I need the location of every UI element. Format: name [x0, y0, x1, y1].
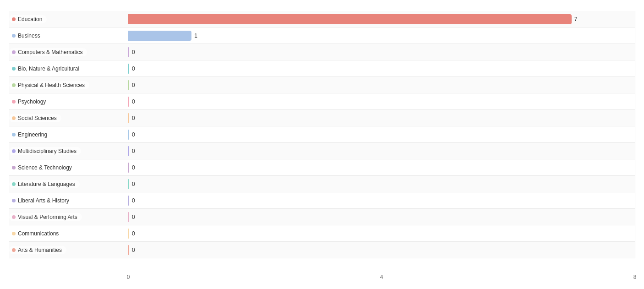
- bar-value-label: 0: [132, 131, 135, 138]
- bar-label-text: Literature & Languages: [18, 181, 75, 187]
- bar-fill: [128, 212, 129, 222]
- bar-dot-icon: [12, 50, 16, 54]
- chart-inner: Education7Business1Computers & Mathemati…: [9, 11, 635, 272]
- bar-dot-icon: [12, 34, 16, 38]
- label-pill: Visual & Performing Arts: [9, 213, 82, 221]
- bar-label-text: Engineering: [18, 131, 47, 138]
- bar-track: 0: [128, 93, 635, 109]
- bar-track: 0: [128, 44, 635, 60]
- bar-track: 0: [128, 126, 635, 142]
- bar-label: Arts & Humanities: [9, 246, 128, 254]
- bar-track: 0: [128, 176, 635, 192]
- bar-label: Bio, Nature & Agricultural: [9, 65, 128, 73]
- bar-track: 0: [128, 192, 635, 208]
- bar-track: 0: [128, 242, 635, 258]
- bar-value-label: 0: [132, 214, 135, 220]
- bar-value-label: 1: [194, 33, 197, 39]
- bar-value-label: 0: [132, 82, 135, 88]
- table-row: Communications0: [9, 225, 635, 242]
- table-row: Literature & Languages0: [9, 176, 635, 192]
- bar-label-text: Science & Technology: [18, 164, 72, 171]
- table-row: Bio, Nature & Agricultural0: [9, 60, 635, 77]
- bar-track: 0: [128, 209, 635, 225]
- bar-fill: [128, 64, 129, 74]
- bar-label-text: Psychology: [18, 98, 46, 105]
- bar-dot-icon: [12, 232, 16, 235]
- label-pill: Bio, Nature & Agricultural: [9, 65, 84, 73]
- bar-value-label: 0: [132, 230, 135, 237]
- label-pill: Liberal Arts & History: [9, 196, 74, 205]
- label-pill: Engineering: [9, 131, 52, 139]
- bar-value-label: 0: [132, 164, 135, 171]
- table-row: Psychology0: [9, 93, 635, 110]
- chart-area: Education7Business1Computers & Mathemati…: [9, 11, 635, 283]
- bar-fill: [128, 163, 129, 173]
- bar-label-text: Bio, Nature & Agricultural: [18, 65, 79, 72]
- bar-label: Multidisciplinary Studies: [9, 147, 128, 155]
- label-pill: Social Sciences: [9, 114, 61, 122]
- bar-dot-icon: [12, 248, 16, 252]
- label-pill: Computers & Mathematics: [9, 48, 87, 56]
- x-axis-tick: 0: [127, 274, 130, 280]
- bar-label: Computers & Mathematics: [9, 48, 128, 56]
- bar-label-text: Social Sciences: [18, 115, 57, 121]
- bar-label: Science & Technology: [9, 164, 128, 172]
- table-row: Visual & Performing Arts0: [9, 209, 635, 225]
- bar-value-label: 0: [132, 197, 135, 204]
- bar-fill: [128, 196, 129, 206]
- bar-fill: [128, 80, 129, 90]
- bar-label-text: Multidisciplinary Studies: [18, 148, 76, 154]
- bars-container: Education7Business1Computers & Mathemati…: [9, 11, 635, 258]
- bar-fill: [128, 229, 129, 239]
- x-axis: 048: [128, 272, 635, 283]
- bar-label: Visual & Performing Arts: [9, 213, 128, 221]
- bar-dot-icon: [12, 116, 16, 120]
- bar-track: 0: [128, 110, 635, 126]
- bar-track: 0: [128, 225, 635, 241]
- bar-fill: [128, 113, 129, 123]
- bar-fill: [128, 31, 191, 41]
- bar-track: 1: [128, 27, 635, 44]
- label-pill: Science & Technology: [9, 164, 76, 172]
- bar-value-label: 0: [132, 148, 135, 154]
- bar-label: Liberal Arts & History: [9, 196, 128, 205]
- bar-fill: [128, 179, 129, 189]
- bar-dot-icon: [12, 149, 16, 153]
- bar-label: Social Sciences: [9, 114, 128, 122]
- bar-value-label: 0: [132, 181, 135, 187]
- label-pill: Psychology: [9, 98, 50, 106]
- bar-fill: [128, 146, 129, 156]
- bar-label-text: Computers & Mathematics: [18, 49, 82, 55]
- bar-dot-icon: [12, 17, 16, 21]
- grid-line: [635, 11, 635, 258]
- bar-label-text: Arts & Humanities: [18, 247, 62, 253]
- bar-fill: [128, 130, 129, 140]
- bar-label-text: Communications: [18, 230, 59, 237]
- table-row: Liberal Arts & History0: [9, 192, 635, 209]
- bar-label: Psychology: [9, 98, 128, 106]
- x-axis-tick: 4: [380, 274, 383, 280]
- bar-label: Literature & Languages: [9, 180, 128, 188]
- bar-dot-icon: [12, 133, 16, 136]
- bar-dot-icon: [12, 67, 16, 71]
- bar-label: Engineering: [9, 131, 128, 139]
- bar-value-label: 0: [132, 115, 135, 121]
- bar-dot-icon: [12, 182, 16, 186]
- table-row: Arts & Humanities0: [9, 242, 635, 258]
- bar-fill: [128, 14, 572, 24]
- bar-label: Education: [9, 15, 128, 23]
- chart-container: Education7Business1Computers & Mathemati…: [9, 5, 635, 283]
- bar-value-label: 0: [132, 65, 135, 72]
- bar-label: Communications: [9, 229, 128, 238]
- bar-fill: [128, 245, 129, 255]
- label-pill: Multidisciplinary Studies: [9, 147, 81, 155]
- table-row: Multidisciplinary Studies0: [9, 143, 635, 159]
- bar-dot-icon: [12, 100, 16, 104]
- label-pill: Business: [9, 32, 45, 40]
- bar-fill: [128, 47, 129, 57]
- label-pill: Education: [9, 15, 47, 23]
- table-row: Business1: [9, 27, 635, 44]
- bar-dot-icon: [12, 199, 16, 202]
- bar-dot-icon: [12, 83, 16, 87]
- bar-value-label: 7: [574, 16, 578, 22]
